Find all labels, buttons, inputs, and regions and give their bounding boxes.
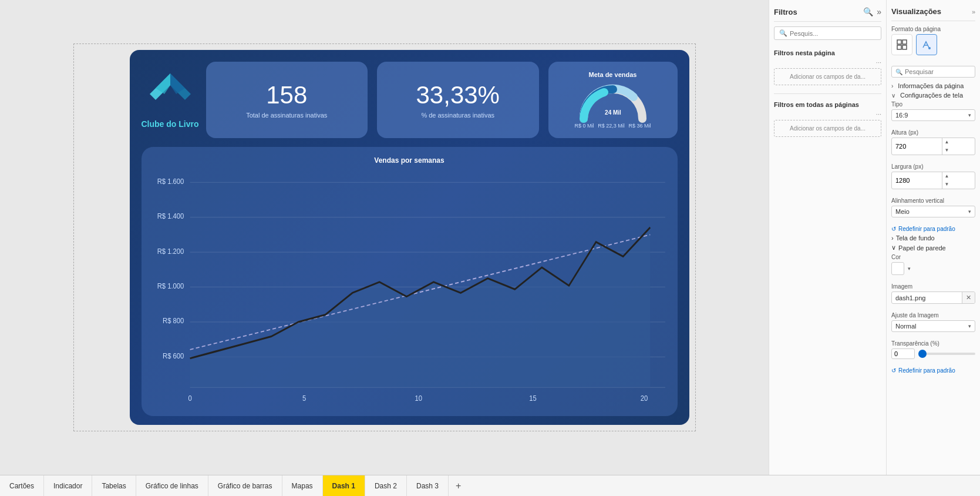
image-input-row: dash1.png ✕ [891, 291, 975, 304]
height-input[interactable] [892, 141, 942, 152]
filters-pane: Filtros 🔍 » 🔍 Filtros nesta página ··· A… [769, 0, 886, 475]
viz-expand-icon[interactable]: » [972, 8, 975, 15]
viz-pane: Visualizações » Formato da página [886, 0, 980, 475]
slider-row [891, 348, 975, 359]
kpi-row: 158 Total de assinaturas inativas 33,33%… [206, 62, 678, 138]
vert-align-select[interactable]: Meio ▾ [891, 206, 975, 217]
filters-all-section-title: Filtros em todas as páginas [774, 101, 881, 108]
format-icon-paint[interactable] [916, 34, 937, 55]
height-group: Altura (px) ▲ ▼ [891, 129, 975, 159]
svg-rect-24 [897, 40, 901, 44]
svg-rect-27 [902, 45, 907, 49]
svg-rect-26 [897, 45, 901, 49]
filter-search-input[interactable] [790, 30, 876, 37]
type-label: Tipo [891, 101, 975, 108]
filter-expand-icon[interactable]: » [877, 7, 881, 16]
kpi-card-2: 33,33% % de assinaturas inativas [377, 62, 539, 138]
width-up-btn[interactable]: ▲ [942, 172, 952, 180]
color-chevron[interactable]: ▾ [908, 266, 911, 272]
reset-default-2[interactable]: ↺ Redefinir para padrão [891, 367, 975, 374]
page-info-label: Informações da página [898, 82, 964, 89]
screen-config-collapse[interactable]: ∨ Configurações de tela [891, 92, 975, 99]
type-chevron: ▾ [968, 112, 971, 118]
format-page-section: Formato da página [891, 26, 975, 60]
gauge-card: Meta de vendas [548, 62, 678, 138]
chart-title: Vendas por semanas [151, 156, 668, 165]
filters-icons: 🔍 » [863, 7, 881, 16]
tab-dash2[interactable]: Dash 2 [365, 475, 407, 496]
bg-expand[interactable]: › Tela de fundo [891, 234, 975, 242]
tab-mapas[interactable]: Mapas [282, 475, 323, 496]
svg-text:R$ 1.000: R$ 1.000 [157, 281, 184, 290]
filter-search-magnifier: 🔍 [779, 29, 787, 37]
viz-search-input[interactable] [905, 68, 971, 75]
slider-track[interactable] [918, 353, 975, 355]
dashboard-background: Clube do Livro 158 Total de assinaturas … [130, 50, 689, 425]
slider-thumb[interactable] [918, 350, 927, 358]
svg-text:R$ 600: R$ 600 [163, 351, 184, 360]
filters-title: Filtros [774, 8, 797, 16]
transparency-label: Transparência (%) [891, 340, 975, 347]
height-up-btn[interactable]: ▲ [942, 138, 952, 146]
image-adjust-chevron: ▾ [968, 323, 971, 329]
height-down-btn[interactable]: ▼ [942, 146, 952, 155]
filter-all-add-fields[interactable]: Adicionar os campos de da... [774, 120, 881, 137]
filter-page-more-btn[interactable]: ··· [876, 59, 881, 66]
dashboard-canvas: Clube do Livro 158 Total de assinaturas … [73, 43, 696, 431]
svg-text:10: 10 [415, 394, 422, 402]
tab-add-icon: + [456, 481, 461, 491]
width-input[interactable] [892, 175, 942, 186]
tab-cartoes[interactable]: Cartões [0, 475, 44, 496]
svg-text:24 Mil: 24 Mil [605, 109, 621, 116]
wallpaper-collapse[interactable]: ∨ Papel de parede [891, 244, 975, 252]
chart-area: Vendas por semanas R$ 1.600 R$ 1.400 R$ … [142, 147, 678, 416]
format-icon-grid[interactable] [891, 34, 912, 55]
filter-search-icon[interactable]: 🔍 [863, 7, 873, 16]
tab-tabelas[interactable]: Tabelas [92, 475, 136, 496]
tab-grafico-linhas[interactable]: Gráfico de linhas [136, 475, 208, 496]
viz-search-box[interactable]: 🔍 [891, 66, 975, 78]
width-input-box: ▲ ▼ [891, 172, 975, 189]
svg-rect-25 [902, 40, 907, 44]
type-select[interactable]: 16:9 ▾ [891, 109, 975, 121]
reset-default-1[interactable]: ↺ Redefinir para padrão [891, 226, 975, 232]
vert-align-chevron: ▾ [968, 209, 971, 215]
width-down-btn[interactable]: ▼ [942, 180, 952, 189]
tab-grafico-barras[interactable]: Gráfico de barras [208, 475, 282, 496]
image-group: Imagem dash1.png ✕ [891, 283, 975, 307]
bg-label: Tela de fundo [896, 234, 935, 242]
transparency-input[interactable] [891, 348, 915, 359]
svg-point-28 [928, 47, 931, 49]
svg-text:R$ 800: R$ 800 [163, 316, 184, 325]
screen-config-label: Configurações de tela [900, 92, 963, 99]
tab-add-btn[interactable]: + [449, 475, 468, 496]
transparency-group: Transparência (%) [891, 340, 975, 363]
reset-icon-2: ↺ [891, 367, 896, 374]
page-info-expand[interactable]: › Informações da página [891, 82, 975, 89]
logo-icon [144, 62, 197, 115]
filters-page-section-title: Filtros nesta página [774, 49, 881, 56]
viz-header: Visualizações » [891, 5, 975, 21]
gauge-container: 24 Mil [578, 81, 648, 122]
svg-text:15: 15 [529, 394, 537, 402]
tab-bar: Cartões Indicador Tabelas Gráfico de lin… [0, 475, 980, 496]
svg-text:20: 20 [640, 394, 648, 402]
color-swatch[interactable] [891, 262, 904, 275]
wallpaper-chevron: ∨ [891, 244, 896, 252]
reset-label-2: Redefinir para padrão [898, 367, 955, 374]
image-adjust-select[interactable]: Normal ▾ [891, 320, 975, 332]
tab-dash3[interactable]: Dash 3 [407, 475, 449, 496]
format-page-label: Formato da página [891, 26, 975, 32]
image-clear-btn[interactable]: ✕ [962, 292, 975, 303]
filter-all-more-btn[interactable]: ··· [876, 110, 881, 118]
tab-indicador[interactable]: Indicador [44, 475, 92, 496]
filter-search-box[interactable]: 🔍 [774, 26, 881, 40]
tab-dash1[interactable]: Dash 1 [323, 475, 365, 496]
vert-align-value: Meio [895, 208, 910, 215]
gauge-svg: 24 Mil [578, 81, 648, 122]
format-icons-row [891, 34, 975, 55]
svg-text:R$ 1.600: R$ 1.600 [157, 177, 184, 186]
logo-text: Clube do Livro [142, 119, 199, 129]
height-input-box: ▲ ▼ [891, 138, 975, 155]
filter-page-add-fields[interactable]: Adicionar os campos de da... [774, 68, 881, 85]
